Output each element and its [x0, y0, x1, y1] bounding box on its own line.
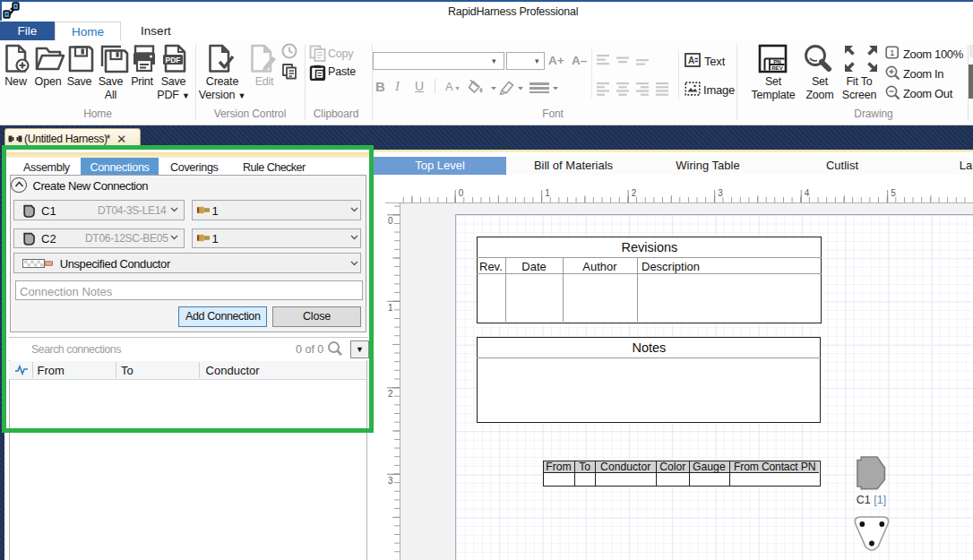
svg-text:PN: PN	[773, 58, 781, 65]
svg-text:1: 1	[890, 48, 894, 57]
svg-text:PDF: PDF	[166, 56, 181, 65]
svg-text:REV: REV	[771, 65, 784, 71]
svg-text:A: A	[688, 56, 694, 65]
